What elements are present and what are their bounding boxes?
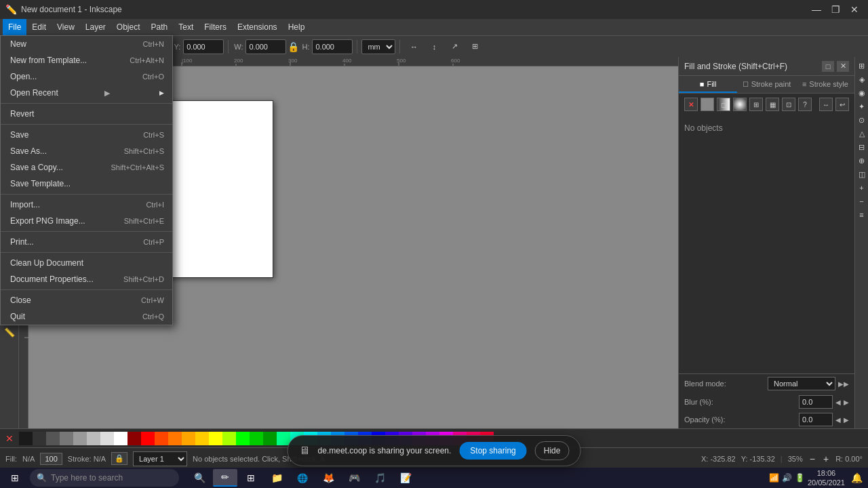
color-swatch[interactable] [19,432,33,445]
menu-file[interactable]: File [3,19,26,35]
hide-button[interactable]: Hide [535,441,570,460]
right-snap-btn8[interactable]: ⊕ [856,155,868,167]
menu-item-new-template[interactable]: New from Template... Ctrl+Alt+N [1,52,172,68]
menu-item-save-copy[interactable]: Save a Copy... Shift+Ctrl+Alt+S [1,159,172,176]
menu-item-import[interactable]: Import... Ctrl+I [1,197,172,213]
lock-icon[interactable]: 🔒 [288,41,299,52]
panel-float-btn[interactable]: □ [822,61,834,72]
right-misc-btn[interactable]: ≡ [856,209,868,221]
taskbar-word[interactable]: 📝 [393,469,418,487]
pattern-btn[interactable]: ▦ [766,98,779,111]
menu-item-cleanup[interactable]: Clean Up Document [1,255,172,271]
tab-stroke-style[interactable]: ≡ Stroke style [796,76,854,93]
panel-close-btn[interactable]: ✕ [837,61,849,72]
transform-btn1[interactable]: ↔ [404,38,423,56]
menu-view[interactable]: View [52,19,80,35]
tray-network-icon[interactable]: 📶 [769,473,779,483]
menu-item-open-recent[interactable]: Open Recent ▶ [1,85,172,101]
swatch-btn[interactable]: ⊡ [782,98,795,111]
opacity-arrow-left[interactable]: ◀ [835,416,841,424]
maximize-button[interactable]: ❐ [827,3,844,16]
menu-edit[interactable]: Edit [26,19,52,35]
right-snap-btn7[interactable]: ⊟ [856,141,868,153]
color-swatch[interactable] [73,432,87,445]
menu-object[interactable]: Object [111,19,146,35]
tab-fill[interactable]: ■ Fill [679,76,737,93]
layer-select[interactable]: Layer 1 [133,451,187,466]
reverse-btn[interactable]: ↩ [835,98,849,111]
tab-stroke-paint[interactable]: ◻ Stroke paint [737,76,795,93]
zoom-out-status-btn[interactable]: − [808,453,816,464]
paint-close-btn[interactable]: ✕ [684,98,698,111]
menu-item-export-png[interactable]: Export PNG Image... Shift+Ctrl+E [1,213,172,229]
color-swatch[interactable] [33,432,46,445]
notification-btn[interactable]: 🔔 [848,469,865,487]
tray-clock[interactable]: 18:06 20/05/2021 [808,468,845,488]
color-swatch[interactable] [250,432,263,445]
invert-btn[interactable]: ↔ [819,98,833,111]
menu-item-save[interactable]: Save Ctrl+S [1,127,172,143]
measure-tool[interactable]: 📏 [1,324,18,340]
start-button[interactable]: ⊞ [3,469,27,487]
menu-item-print[interactable]: Print... Ctrl+P [1,234,172,250]
zoom-in-btn[interactable]: + [856,182,868,194]
color-swatch[interactable] [277,432,290,445]
menu-path[interactable]: Path [146,19,174,35]
right-snap-btn1[interactable]: ⊞ [856,60,868,72]
menu-item-revert[interactable]: Revert [1,106,172,122]
taskbar-winstore[interactable]: ⊞ [239,469,263,487]
blur-input[interactable] [799,395,833,409]
unset-btn[interactable]: ? [798,98,812,111]
opacity-input[interactable] [799,413,833,426]
palette-none-color[interactable]: ✕ [3,432,16,445]
tray-battery-icon[interactable]: 🔋 [795,473,805,483]
color-swatch[interactable] [236,432,250,445]
menu-item-new[interactable]: New Ctrl+N [1,36,172,52]
blur-arrow-left[interactable]: ◀ [835,399,841,406]
color-swatch[interactable] [155,432,168,445]
close-button[interactable]: ✕ [846,3,863,16]
color-swatch[interactable] [127,432,141,445]
color-swatch[interactable] [182,432,195,445]
color-swatch[interactable] [168,432,182,445]
flat-color-btn[interactable] [701,98,714,111]
color-swatch[interactable] [100,432,114,445]
menu-help[interactable]: Help [283,19,311,35]
h-input[interactable] [312,39,353,54]
right-snap-btn5[interactable]: ⊙ [856,114,868,126]
taskbar-cortana[interactable]: 🔍 [187,469,212,487]
taskbar-media[interactable]: 🎵 [368,469,392,487]
menu-layer[interactable]: Layer [80,19,111,35]
color-swatch[interactable] [114,432,127,445]
linear-grad-btn[interactable]: ◻ [717,98,730,111]
transform-btn4[interactable]: ⊞ [465,38,484,56]
taskbar-inkscape[interactable]: ✏ [213,469,237,487]
taskbar-search[interactable]: 🔍 Type here to search [30,469,179,487]
taskbar-game[interactable]: 🎮 [342,469,366,487]
zoom-in-status-btn[interactable]: + [822,453,830,464]
menu-item-save-as[interactable]: Save As... Shift+Ctrl+S [1,143,172,159]
color-swatch[interactable] [141,432,155,445]
y-input[interactable] [183,39,224,54]
layer-lock-btn[interactable]: 🔒 [111,452,127,465]
menu-item-doc-props[interactable]: Document Properties... Shift+Ctrl+D [1,271,172,287]
color-swatch[interactable] [46,432,60,445]
blur-arrow-right[interactable]: ▶ [844,399,849,406]
right-snap-btn2[interactable]: ◈ [856,73,868,85]
menu-extensions[interactable]: Extensions [232,19,283,35]
taskbar-chrome[interactable]: 🌐 [290,469,315,487]
color-swatch[interactable] [222,432,236,445]
color-swatch[interactable] [60,432,73,445]
stop-sharing-button[interactable]: Stop sharing [459,442,526,460]
color-swatch[interactable] [209,432,222,445]
menu-item-open[interactable]: Open... Ctrl+O [1,68,172,85]
menu-text[interactable]: Text [173,19,199,35]
color-swatch[interactable] [263,432,277,445]
minimize-button[interactable]: — [808,3,825,16]
blend-mode-select[interactable]: Normal Multiply Screen [768,377,835,390]
zoom-out-btn[interactable]: − [856,195,868,207]
tray-volume-icon[interactable]: 🔊 [782,473,792,483]
w-input[interactable] [245,39,286,54]
color-swatch[interactable] [195,432,209,445]
right-snap-btn4[interactable]: ✦ [856,100,868,113]
